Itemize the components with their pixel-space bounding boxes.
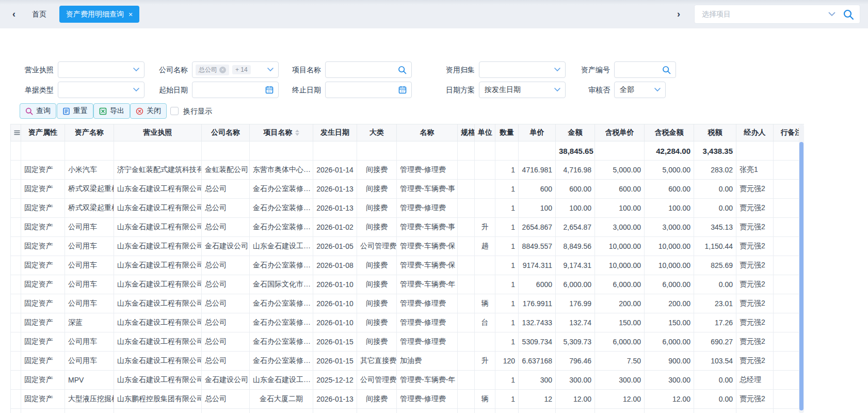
tabs-scroll-right-icon[interactable]: ›: [677, 8, 680, 20]
chevron-down-icon: [133, 88, 139, 92]
table-cell: 1: [495, 313, 519, 332]
table-row[interactable]: 固定资产深蓝山东金石建设工程有限公司总公司金石办公室装修…2026-01-10间…: [11, 313, 805, 332]
search-icon[interactable]: [398, 66, 407, 74]
reset-button[interactable]: 重置: [57, 103, 93, 119]
table-cell: 600: [519, 180, 556, 199]
table-row[interactable]: 固定资产公司用车山东金石建设工程有限公司总公司金石办公室装修…2026-01-0…: [11, 218, 805, 237]
audited-select[interactable]: 全部: [614, 82, 666, 98]
header-cell[interactable]: 项目名称: [250, 124, 313, 141]
close-button[interactable]: 关闭: [130, 103, 167, 119]
export-button[interactable]: 导出: [93, 103, 130, 119]
vertical-scrollbar-thumb[interactable]: [799, 142, 803, 410]
table-cell: [458, 409, 475, 413]
table-cell: 张亮1: [736, 161, 774, 180]
table-cell: 台: [475, 313, 495, 332]
table-row[interactable]: 固定资产桥式双梁起重机山东金石建设工程有限公司总公司金石办公室装修…2026-0…: [11, 180, 805, 199]
tag-remove-icon[interactable]: ×: [219, 67, 226, 73]
calendar-icon[interactable]: [265, 86, 274, 94]
table-cell: 趟: [475, 237, 495, 256]
table-row[interactable]: 固定资产MPV山东金石建设工程有限公司金石建设公司山东金石建设工…2025-12…: [11, 371, 805, 390]
table-row[interactable]: 固定资产公司用车山东金石建设工程有限公司金石建设公司山东金石建设工…2026-0…: [11, 237, 805, 256]
header-cell[interactable]: 金额: [556, 124, 595, 141]
table-row[interactable]: 固定资产公司用车山东金石建设工程有限公司总公司金石办公室装修…2026-01-1…: [11, 352, 805, 371]
start-date-input[interactable]: [192, 82, 279, 98]
query-button[interactable]: 查询: [20, 103, 56, 119]
date-scheme-select[interactable]: 按发生日期: [479, 82, 566, 98]
header-cell[interactable]: 经办人: [736, 124, 774, 141]
filter-label-business-license: 营业执照: [21, 61, 54, 78]
header-cell[interactable]: 数量: [495, 124, 519, 141]
table-row[interactable]: 固定资产小米汽车济宁金虹装配式建筑科技有金虹装配公司东营市奥体中心…2026-0…: [11, 161, 805, 180]
table-cell: 2025-12-12: [313, 371, 357, 390]
table-cell: 4,716.98: [556, 161, 595, 180]
header-cell[interactable]: 单位: [475, 124, 495, 141]
table-cell: 345.13: [694, 218, 736, 237]
table-row[interactable]: 固定资产桥式双梁起重机山东金石建设工程有限公司总公司金石办公室装修…2026-0…: [11, 199, 805, 218]
column-settings-cell[interactable]: [11, 124, 21, 141]
header-cell[interactable]: 大类: [357, 124, 397, 141]
header-cell[interactable]: 名称: [397, 124, 458, 141]
table-cell: 100.00: [595, 199, 645, 218]
table-row[interactable]: 固定资产大型液压挖掘机山东鹏程控股集团有限公司总公司金石大厦二期2026-01-…: [11, 390, 805, 409]
header-cell[interactable]: 资产属性: [21, 124, 65, 141]
table-cell: 山东鹏程控股集团有限公司: [114, 390, 202, 409]
table-cell: [357, 409, 397, 413]
summary-row[interactable]: 38,845.6542,284.003,438.35: [11, 141, 805, 161]
asset-number-input[interactable]: [614, 61, 676, 78]
header-cell[interactable]: 单价: [519, 124, 556, 141]
header-cell[interactable]: 发生日期: [313, 124, 357, 141]
end-date-input[interactable]: [325, 82, 412, 98]
table-cell: 贾元强2: [736, 313, 774, 332]
table-row[interactable]: 固定资产公司用车山东金石建设工程有限公司总公司金石办公室装修…2026-01-1…: [11, 332, 805, 352]
calendar-icon[interactable]: [398, 86, 407, 94]
table-cell: 贾元强2: [736, 199, 774, 218]
header-cell[interactable]: 含税单价: [595, 124, 645, 141]
table-cell: 2026-01-10: [313, 275, 357, 294]
table-cell: 固定资产: [21, 294, 65, 313]
project-search-icon[interactable]: [843, 9, 854, 20]
header-cell[interactable]: 资产名称: [65, 124, 114, 141]
table-header-row: 资产属性资产名称营业执照公司名称项目名称发生日期大类名称规格单位数量单价金额含税…: [11, 124, 805, 141]
tab-close-icon[interactable]: ×: [128, 11, 133, 18]
table-cell: 0.00: [694, 180, 736, 199]
table-row[interactable]: 固定资产公司用车山东金石建设工程有限公司总公司金石办公室装修…2026-01-1…: [11, 294, 805, 313]
table-cell: 辆: [475, 294, 495, 313]
table-cell: 山东金石建设工程有限公司: [114, 180, 202, 199]
search-icon: [25, 107, 33, 115]
header-cell[interactable]: 税额: [694, 124, 736, 141]
sort-icon[interactable]: [295, 130, 299, 136]
table-cell: 间接费: [357, 199, 397, 218]
tabs-scroll-left-icon[interactable]: ‹: [12, 8, 15, 20]
project-select[interactable]: 选择项目: [694, 5, 860, 24]
table-cell: [11, 199, 21, 218]
table-cell: 总公司: [202, 390, 250, 409]
table-cell: [11, 409, 21, 413]
header-cell[interactable]: 含税金额: [645, 124, 694, 141]
table-cell: 1: [495, 332, 519, 352]
tab-asset-expense-query[interactable]: 资产费用明细查询 ×: [59, 6, 139, 23]
header-cell[interactable]: 规格: [458, 124, 475, 141]
wrap-display-checkbox[interactable]: [170, 107, 179, 115]
table-cell: [595, 409, 645, 413]
table-row[interactable]: 固定资产公司用车山东金石建设工程有限公司总公司金石国际文化市…2026-01-1…: [11, 275, 805, 294]
business-license-select[interactable]: [58, 61, 144, 78]
table-row[interactable]: 固定资产公司用车山东金石建设工程有限公司总公司金石办公室装修…2026-01-0…: [11, 256, 805, 275]
table-cell: 825.69: [694, 256, 736, 275]
vertical-scrollbar[interactable]: [799, 124, 804, 413]
company-name-multiselect[interactable]: 总公司 × + 14: [192, 61, 279, 78]
header-cell-label: 含税金额: [655, 128, 684, 136]
table-cell: 5,000.00: [645, 161, 694, 180]
search-icon[interactable]: [662, 66, 671, 74]
project-name-input[interactable]: [325, 61, 412, 78]
header-cell[interactable]: 公司名称: [202, 124, 250, 141]
table-row-partial[interactable]: [11, 409, 805, 413]
header-cell-label: 名称: [420, 128, 435, 136]
tab-home[interactable]: 首页: [32, 10, 46, 19]
table-cell: [475, 332, 495, 352]
header-cell[interactable]: 营业执照: [114, 124, 202, 141]
expense-collection-select[interactable]: [479, 61, 566, 78]
table-cell: 管理费-车辆费-保: [397, 256, 458, 275]
table-cell: [11, 218, 21, 237]
document-type-select[interactable]: [58, 82, 144, 98]
table-cell: 1: [495, 237, 519, 256]
